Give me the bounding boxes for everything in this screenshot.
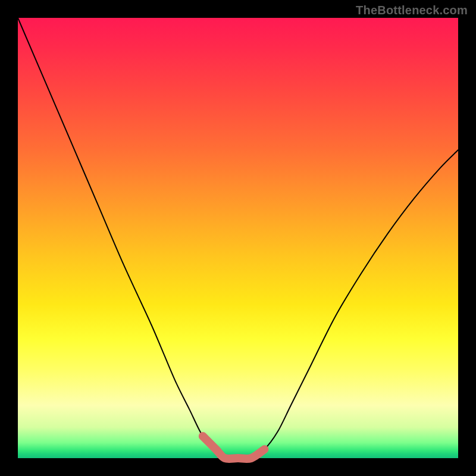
chart-frame: TheBottleneck.com — [0, 0, 476, 476]
watermark-text: TheBottleneck.com — [356, 4, 468, 17]
bottleneck-curve — [18, 18, 458, 459]
bottleneck-curve-bottom-highlight — [203, 436, 265, 459]
plot-area — [18, 18, 458, 458]
curve-layer — [18, 18, 458, 458]
